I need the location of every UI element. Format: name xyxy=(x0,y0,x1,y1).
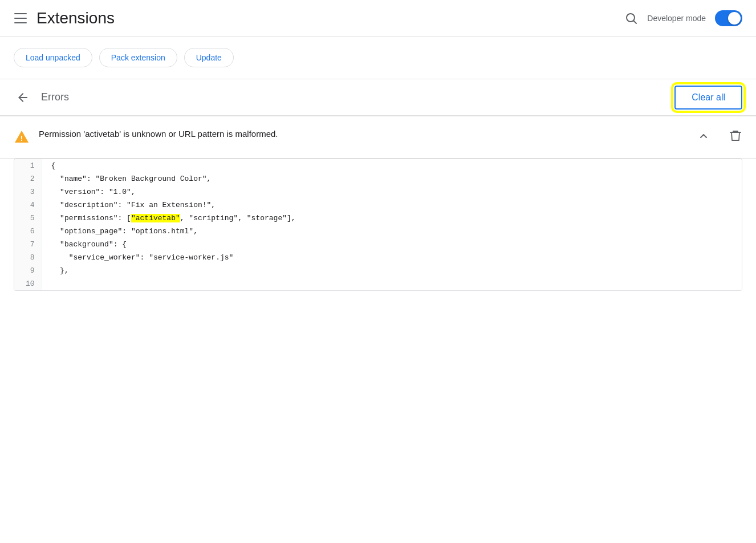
load-unpacked-button[interactable]: Load unpacked xyxy=(14,48,92,67)
highlighted-activetab: "activetab" xyxy=(131,214,180,222)
delete-icon[interactable] xyxy=(729,129,742,143)
search-icon[interactable] xyxy=(624,11,638,25)
line-number: 1 xyxy=(14,159,42,172)
warning-icon: ! xyxy=(14,129,30,147)
update-button[interactable]: Update xyxy=(184,48,234,67)
line-code: "permissions": ["activetab", "scripting"… xyxy=(42,212,742,225)
line-code xyxy=(42,277,742,290)
line-number: 3 xyxy=(14,185,42,198)
code-line-2: 2 "name": "Broken Background Color", xyxy=(14,172,742,185)
code-table: 1 { 2 "name": "Broken Background Color",… xyxy=(14,159,742,290)
svg-text:!: ! xyxy=(21,134,23,143)
line-code: "service_worker": "service-worker.js" xyxy=(42,251,742,264)
code-line-6: 6 "options_page": "options.html", xyxy=(14,225,742,238)
line-number: 7 xyxy=(14,238,42,251)
code-line-10: 10 xyxy=(14,277,742,290)
clear-all-button[interactable]: Clear all xyxy=(674,86,742,110)
back-button[interactable] xyxy=(14,88,32,107)
line-number: 8 xyxy=(14,251,42,264)
line-number: 2 xyxy=(14,172,42,185)
line-code: }, xyxy=(42,264,742,277)
code-line-8: 8 "service_worker": "service-worker.js" xyxy=(14,251,742,264)
line-code: { xyxy=(42,159,742,172)
line-code: "version": "1.0", xyxy=(42,185,742,198)
error-item: ! Permission 'activetab' is unknown or U… xyxy=(0,116,756,159)
line-code: "name": "Broken Background Color", xyxy=(42,172,742,185)
code-block: 1 { 2 "name": "Broken Background Color",… xyxy=(14,159,742,291)
line-number: 9 xyxy=(14,264,42,277)
line-code: "description": "Fix an Extension!", xyxy=(42,198,742,212)
errors-header: Errors Clear all xyxy=(0,79,756,116)
error-message: Permission 'activetab' is unknown or URL… xyxy=(39,128,688,141)
line-number: 4 xyxy=(14,198,42,212)
line-code: "options_page": "options.html", xyxy=(42,225,742,238)
svg-line-1 xyxy=(634,21,637,23)
page-title: Extensions xyxy=(36,9,624,27)
toggle-thumb xyxy=(728,12,741,25)
code-line-7: 7 "background": { xyxy=(14,238,742,251)
chevron-up-icon[interactable] xyxy=(697,129,710,143)
developer-mode-toggle[interactable] xyxy=(715,10,742,26)
code-line-1: 1 { xyxy=(14,159,742,172)
line-number: 10 xyxy=(14,277,42,290)
menu-icon[interactable] xyxy=(14,11,27,25)
code-line-3: 3 "version": "1.0", xyxy=(14,185,742,198)
errors-title: Errors xyxy=(41,91,674,103)
line-number: 6 xyxy=(14,225,42,238)
header-right: Developer mode xyxy=(624,10,742,26)
toolbar: Load unpacked Pack extension Update xyxy=(0,37,756,79)
code-line-9: 9 }, xyxy=(14,264,742,277)
developer-mode-label: Developer mode xyxy=(647,14,706,23)
pack-extension-button[interactable]: Pack extension xyxy=(99,48,177,67)
code-line-5: 5 "permissions": ["activetab", "scriptin… xyxy=(14,212,742,225)
line-code: "background": { xyxy=(42,238,742,251)
line-number: 5 xyxy=(14,212,42,225)
header: Extensions Developer mode xyxy=(0,0,756,37)
code-line-4: 4 "description": "Fix an Extension!", xyxy=(14,198,742,212)
